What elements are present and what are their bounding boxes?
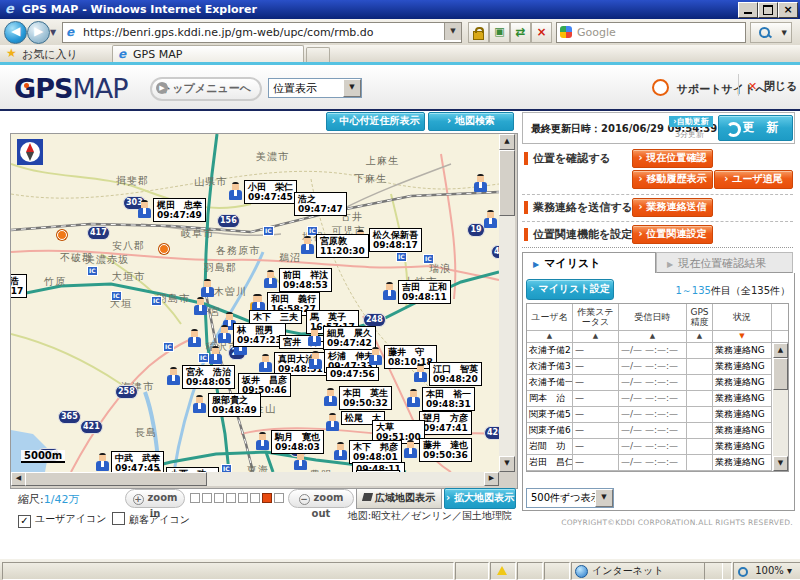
- scroll-right-icon[interactable]: ▶: [484, 472, 499, 486]
- user-icon-checkbox[interactable]: ✓ユーザアイコン: [18, 512, 106, 528]
- sort-asc-icon[interactable]: ▲: [687, 331, 713, 343]
- search-input[interactable]: Google: [556, 22, 746, 43]
- compatibility-icon[interactable]: ▣: [489, 22, 510, 43]
- user-person-icon[interactable]: [193, 395, 206, 413]
- scroll-down-icon[interactable]: ▼: [499, 456, 515, 472]
- zoom-out-button[interactable]: −zoom out: [288, 489, 354, 508]
- user-person-icon[interactable]: [309, 351, 322, 369]
- minimize-button[interactable]: [738, 2, 758, 18]
- user-person-icon[interactable]: [407, 389, 420, 407]
- map-marker[interactable]: 木下 邦彦09:48:01: [349, 440, 402, 464]
- user-person-icon[interactable]: [151, 469, 164, 472]
- map-vscrollbar[interactable]: ▲ ▼: [499, 134, 515, 472]
- zoom-pane[interactable]: 100% ▾: [733, 562, 800, 580]
- customer-icon-checkbox[interactable]: 顧客アイコン: [112, 512, 190, 527]
- large-map-button[interactable]: 拡大地図表示: [444, 488, 516, 509]
- close-button[interactable]: ×: [778, 2, 798, 18]
- user-person-icon[interactable]: [383, 282, 396, 300]
- per-page-select[interactable]: 500件ずつ表示 ▼: [526, 488, 614, 508]
- map-marker[interactable]: 宮原敦11:20:30: [316, 234, 369, 258]
- zoom-level-square[interactable]: [262, 493, 272, 503]
- favorites-star-icon[interactable]: ★: [6, 46, 17, 60]
- stop-button[interactable]: ×: [531, 22, 552, 43]
- map-marker[interactable]: 藤井 達也09:50:36: [419, 438, 472, 462]
- map-marker[interactable]: 駒月 寛也09:48:03: [271, 430, 324, 454]
- map-hscrollbar[interactable]: ◀ ▶: [11, 472, 499, 486]
- map-marker[interactable]: 服部貴之09:48:49: [208, 393, 261, 417]
- user-person-icon[interactable]: [414, 364, 427, 382]
- user-person-icon[interactable]: [484, 210, 497, 228]
- zoom-level-square[interactable]: [202, 493, 212, 503]
- user-person-icon[interactable]: [308, 328, 321, 346]
- history-button[interactable]: 移動履歴表示: [632, 170, 713, 189]
- checkbox-checked-icon[interactable]: ✓: [18, 515, 31, 528]
- map-marker[interactable]: 浩之09:47:47: [294, 192, 347, 216]
- sort-asc-icon[interactable]: ▲: [619, 331, 687, 343]
- user-person-icon[interactable]: [369, 347, 382, 365]
- user-person-icon[interactable]: [96, 453, 109, 471]
- table-row[interactable]: 岩田 昌仁——/— —:—:—業務連絡NG: [527, 455, 788, 471]
- zoom-level-square[interactable]: [274, 493, 284, 503]
- mylist-table-header[interactable]: ユーザ名作業ステータス受信日時GPS精度状況: [527, 304, 788, 331]
- send-message-button[interactable]: 業務連絡送信: [632, 198, 713, 217]
- user-person-icon[interactable]: [229, 182, 242, 200]
- map-marker[interactable]: 警浩3:17: [11, 274, 27, 298]
- table-row[interactable]: 岩間 功——/— —:—:—業務連絡NG: [527, 439, 788, 455]
- history-dropdown-icon[interactable]: ▼: [50, 28, 56, 37]
- table-row[interactable]: 関東予備6——/— —:—:—業務連絡NG: [527, 423, 788, 439]
- map-marker[interactable]: 小田 栄仁09:47:45: [244, 180, 297, 204]
- user-person-icon[interactable]: [188, 329, 201, 347]
- map-marker[interactable]: 吉田 正和09:48:11: [398, 280, 451, 304]
- scroll-up-icon[interactable]: ▲: [499, 134, 515, 150]
- favorites-label[interactable]: お気に入り: [22, 47, 78, 62]
- forward-button[interactable]: ▶: [27, 21, 50, 44]
- map-search-button[interactable]: 地図検索: [428, 112, 514, 131]
- user-person-icon[interactable]: [324, 388, 337, 406]
- user-person-icon[interactable]: [138, 200, 151, 218]
- zoom-in-button[interactable]: +zoom in: [125, 489, 185, 508]
- close-app-link[interactable]: ✕ 閉じる: [748, 79, 798, 94]
- map-marker[interactable]: 本田 英生09:50:32: [339, 386, 392, 410]
- user-person-icon[interactable]: [259, 354, 272, 372]
- map-marker[interactable]: 本田 裕一09:48:31: [422, 387, 475, 411]
- map-marker[interactable]: 江口 智英09:48:20: [429, 362, 482, 386]
- map-marker[interactable]: 宮永 浩治09:48:05: [182, 365, 235, 389]
- user-track-button[interactable]: ユーザ追尾: [714, 170, 793, 189]
- map-marker[interactable]: 林 照男09:47:23: [233, 323, 286, 347]
- map-marker[interactable]: 松久保新吾09:48:17: [369, 228, 422, 252]
- refresh-button[interactable]: ⇄: [510, 22, 531, 43]
- column-header[interactable]: 受信日時: [619, 304, 687, 331]
- scroll-up-icon[interactable]: ▲: [773, 343, 788, 358]
- user-person-icon[interactable]: [326, 413, 339, 431]
- zoom-level-square[interactable]: [214, 493, 224, 503]
- table-scroll-thumb[interactable]: [773, 358, 788, 390]
- map-marker[interactable]: 前田 祥汰09:48:53: [279, 268, 332, 292]
- back-button[interactable]: ◀: [4, 21, 27, 44]
- mylist-sort-row[interactable]: ▲▲▲▲▼: [527, 331, 788, 343]
- table-scrollbar[interactable]: ▲ ▼: [773, 343, 788, 471]
- map-marker[interactable]: 09:47:56: [326, 367, 379, 381]
- sort-asc-icon[interactable]: ▲: [573, 331, 619, 343]
- wide-map-button[interactable]: 広域地図表示: [356, 488, 442, 509]
- column-header[interactable]: 作業ステータス: [573, 304, 619, 331]
- tab-position-result[interactable]: 現在位置確認結果: [656, 252, 793, 273]
- security-lock-icon[interactable]: [468, 22, 489, 43]
- zoom-level-square[interactable]: [190, 493, 200, 503]
- user-person-icon[interactable]: [474, 174, 487, 192]
- column-header[interactable]: ユーザ名: [527, 304, 573, 331]
- table-row[interactable]: 衣浦予備一——/— —:—:—業務連絡NG: [527, 375, 788, 391]
- zoom-level-square[interactable]: [238, 493, 248, 503]
- view-mode-select[interactable]: 位置表示 ▼: [268, 78, 362, 98]
- scroll-left-icon[interactable]: ◀: [11, 472, 26, 486]
- zoom-level-square[interactable]: [250, 493, 260, 503]
- column-header[interactable]: GPS精度: [687, 304, 713, 331]
- tab-mylist[interactable]: マイリスト: [522, 252, 656, 273]
- browser-tab[interactable]: e GPS MAP: [112, 45, 304, 62]
- table-row[interactable]: 衣浦予備3——/— —:—:—業務連絡NG: [527, 359, 788, 375]
- map-marker[interactable]: 小西 功一: [166, 467, 219, 472]
- user-person-icon[interactable]: [294, 452, 307, 470]
- user-person-icon[interactable]: [404, 440, 417, 458]
- user-person-icon[interactable]: [194, 297, 207, 315]
- top-menu-button[interactable]: ▶ トップメニューへ: [150, 77, 262, 101]
- user-person-icon[interactable]: [167, 367, 180, 385]
